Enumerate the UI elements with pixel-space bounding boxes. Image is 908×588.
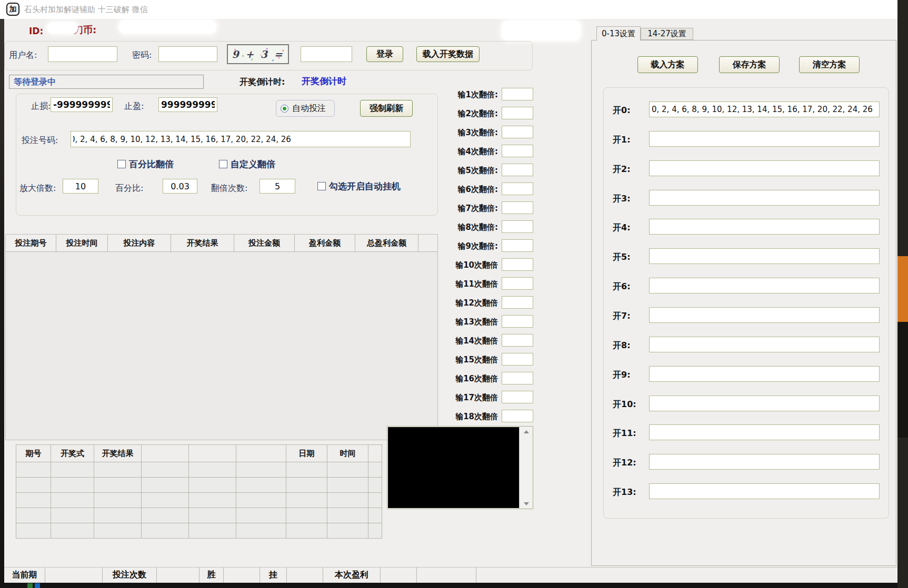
taskbar-icon[interactable] <box>35 583 40 588</box>
lose-multiplier-input-6[interactable] <box>502 183 533 195</box>
lose-multiplier-input-1[interactable] <box>502 88 533 100</box>
percent-input[interactable] <box>163 179 197 194</box>
bet-log-column-header[interactable]: 投注期号 <box>6 235 56 251</box>
save-plan-button[interactable]: 保存方案 <box>719 56 780 73</box>
open-field-input-8[interactable] <box>649 337 880 352</box>
lose-multiplier-input-2[interactable] <box>502 107 533 119</box>
auto-bet-label: 自动投注 <box>292 103 326 114</box>
lose-multiplier-input-8[interactable] <box>502 220 533 233</box>
captcha-answer-input[interactable] <box>301 46 352 62</box>
bet-log-body[interactable] <box>6 252 437 440</box>
lose-multiplier-input-11[interactable] <box>502 277 533 290</box>
open-field-label: 开3: <box>613 194 631 205</box>
statusbar-value-cell <box>287 567 323 583</box>
open-field-input-5[interactable] <box>649 248 880 264</box>
lose-multiplier-input-17[interactable] <box>502 391 533 403</box>
open-field-input-0[interactable] <box>649 102 880 117</box>
log-scrollbar[interactable] <box>519 427 533 509</box>
desktop-dark-accent <box>897 322 908 438</box>
lose-multiplier-input-7[interactable] <box>502 201 533 214</box>
tab-settings-0-13[interactable]: 0-13设置 <box>596 26 641 40</box>
result-table-cell <box>94 493 142 508</box>
result-table-cell <box>236 508 286 523</box>
lose-multiplier-label: 输4次翻倍: <box>410 147 498 157</box>
result-table-cell <box>286 462 327 478</box>
bet-log-column-header[interactable]: 投注时间 <box>56 235 108 251</box>
open-field-input-10[interactable] <box>649 396 880 411</box>
stop-win-input[interactable] <box>158 97 217 112</box>
captcha-image[interactable]: 9 + 3 = <box>227 44 289 64</box>
result-table-row[interactable] <box>16 478 383 493</box>
stop-win-label: 止盈: <box>124 102 144 111</box>
load-draw-data-button[interactable]: 载入开奖数据 <box>416 46 480 62</box>
open-field-input-13[interactable] <box>649 483 880 499</box>
percent-double-checkbox[interactable] <box>117 160 126 168</box>
lose-multiplier-input-16[interactable] <box>502 372 533 384</box>
open-field-input-12[interactable] <box>649 454 880 470</box>
login-button[interactable]: 登录 <box>366 46 403 62</box>
auto-hang-checkbox[interactable] <box>317 182 326 190</box>
bet-numbers-input[interactable] <box>71 131 411 147</box>
scroll-down-button[interactable] <box>520 499 533 509</box>
open-field-input-3[interactable] <box>649 190 880 206</box>
result-table-cell <box>368 523 382 539</box>
result-table-cell <box>189 523 236 539</box>
lose-multiplier-input-13[interactable] <box>502 315 533 328</box>
result-table-row[interactable] <box>16 493 383 508</box>
custom-double-label: 自定义翻倍 <box>231 159 275 169</box>
result-table-row[interactable] <box>16 508 383 523</box>
log-output-panel <box>387 426 533 509</box>
load-plan-button[interactable]: 载入方案 <box>637 56 698 73</box>
bet-log-column-header[interactable]: 盈利金额 <box>295 235 355 251</box>
result-table-row[interactable] <box>16 462 383 478</box>
bet-log-column-header[interactable]: 总盈利金额 <box>355 235 418 251</box>
open-field-input-7[interactable] <box>649 307 880 323</box>
lose-multiplier-input-3[interactable] <box>502 126 533 138</box>
result-table-row[interactable] <box>16 523 383 539</box>
bet-log-column-header[interactable]: 投注金额 <box>234 235 295 251</box>
taskbar-icon[interactable] <box>27 583 33 588</box>
statusbar-label: 当前期 <box>4 567 45 583</box>
minimize-button[interactable] <box>794 0 823 19</box>
lose-multiplier-input-18[interactable] <box>502 410 533 422</box>
open-field-input-1[interactable] <box>649 131 880 147</box>
lose-multiplier-label: 输1次翻倍: <box>410 90 498 100</box>
lose-multiplier-input-4[interactable] <box>502 145 533 157</box>
clear-plan-button[interactable]: 清空方案 <box>799 56 860 73</box>
bet-log-column-header[interactable]: 投注内容 <box>108 235 171 251</box>
tab-settings-14-27[interactable]: 14-27设置 <box>641 28 693 40</box>
username-input[interactable] <box>48 46 117 62</box>
countdown-label: 开奖倒计时: <box>240 77 285 87</box>
lose-multiplier-input-15[interactable] <box>502 353 533 366</box>
zoom-multiple-input[interactable] <box>63 179 98 194</box>
lose-multiplier-label: 输16次翻倍 <box>410 374 498 384</box>
result-column-header: 开奖式 <box>51 445 94 462</box>
custom-double-checkbox[interactable] <box>219 160 227 168</box>
maximize-button[interactable] <box>832 0 861 19</box>
close-button[interactable]: ✕ <box>870 0 899 19</box>
lose-multiplier-label: 输2次翻倍: <box>410 109 498 119</box>
lose-multiplier-input-12[interactable] <box>502 296 533 309</box>
lose-multiplier-input-14[interactable] <box>502 334 533 347</box>
auto-bet-radio-group[interactable]: 自动投注 <box>276 100 335 117</box>
statusbar-label: 本次盈利 <box>323 567 381 583</box>
statusbar-label: 投注次数 <box>103 567 157 583</box>
double-times-input[interactable] <box>260 179 295 194</box>
open-field-input-4[interactable] <box>649 219 880 235</box>
open-field-input-11[interactable] <box>649 424 880 440</box>
lose-multiplier-input-5[interactable] <box>502 164 533 176</box>
bet-log-column-header[interactable]: 开奖结果 <box>171 235 234 251</box>
open-field-label: 开13: <box>613 487 636 498</box>
lose-multiplier-input-9[interactable] <box>502 239 533 252</box>
censor-blob <box>47 22 78 34</box>
open-field-input-6[interactable] <box>649 278 880 293</box>
open-field-input-2[interactable] <box>649 160 880 176</box>
lose-multiplier-input-10[interactable] <box>502 258 533 271</box>
lose-multiplier-label: 输6次翻倍: <box>410 185 498 195</box>
stop-loss-input[interactable] <box>51 97 113 112</box>
scroll-up-button[interactable] <box>520 427 533 437</box>
password-input[interactable] <box>158 46 217 62</box>
chevron-up-icon <box>524 430 529 433</box>
force-refresh-button[interactable]: 强制刷新 <box>360 100 413 117</box>
open-field-input-9[interactable] <box>649 366 880 382</box>
